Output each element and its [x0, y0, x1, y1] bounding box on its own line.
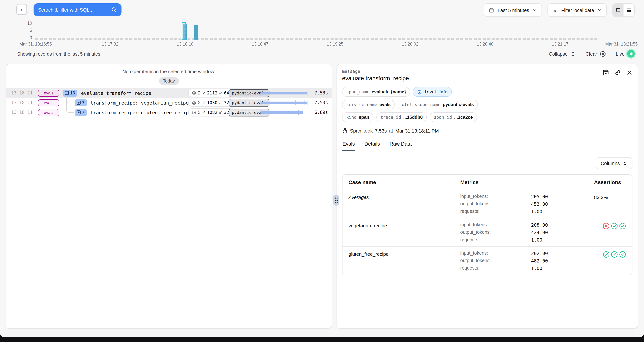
duration-text: 6.89s — [301, 110, 328, 115]
search-button[interactable]: Search & filter with SQL... — [34, 3, 122, 16]
search-button-label: Search & filter with SQL... — [38, 7, 94, 13]
trace-time: 13:18:11 — [11, 90, 33, 96]
token-coin-icon — [192, 91, 196, 95]
trace-row[interactable]: 13:18:11 evals 7 transform_recipe: glute… — [6, 107, 332, 117]
plus-square-icon — [76, 110, 81, 115]
timing-took-word: took — [364, 128, 373, 134]
metric-value: 205.00 — [531, 194, 594, 199]
trace-id-tag[interactable]: trace_id ...15ddb8 — [376, 112, 427, 122]
span-detail-panel: message evaluate transform_recipe span_n… — [336, 64, 638, 328]
trace-row[interactable]: 13:18:11 evals 16 evaluate transform_rec… — [6, 88, 332, 98]
evals-table-row[interactable]: gluten_free_recipe input_tokens:202.00 o… — [342, 247, 632, 275]
x-tick-label: 13:17:32 — [102, 42, 118, 46]
assertion-pass-icon[interactable] — [603, 251, 610, 258]
expand-children-chip[interactable]: 7 — [75, 99, 87, 106]
columns-button[interactable]: Columns — [596, 157, 632, 169]
token-metrics-pill: Σ ↗1082 ↙325 — [188, 108, 235, 116]
otel-scope-name-tag[interactable]: otel_scope_name pydantic-evals — [398, 100, 478, 109]
today-chip[interactable]: Today — [159, 77, 179, 85]
panel-resize-handle[interactable] — [333, 195, 339, 206]
tag-key: kind — [346, 115, 356, 120]
duration-bar — [260, 92, 308, 94]
metric-label: requests: — [460, 265, 531, 271]
y-tick-label: 10 — [0, 21, 32, 25]
tag-key: service_name — [346, 102, 377, 107]
tree-view-toggle[interactable] — [613, 4, 624, 17]
assertions-percentage: 83.3% — [594, 194, 626, 214]
top-bar: / Search & filter with SQL... Last 5 min… — [0, 0, 644, 21]
records-actions: Collapse Clear Live — [549, 50, 635, 58]
service-name-tag[interactable]: service_name evals — [342, 100, 395, 109]
assertions-icons — [594, 222, 626, 243]
collapse-button-label: Collapse — [549, 51, 568, 57]
assertion-pass-icon[interactable] — [619, 251, 626, 258]
trace-row[interactable]: 13:18:11 evals 7 transform_recipe: veget… — [6, 98, 332, 107]
logfire-live-view: / Search & filter with SQL... Last 5 min… — [0, 0, 644, 337]
search-icon — [111, 7, 117, 13]
tab-evals[interactable]: Evals — [342, 141, 355, 151]
assertion-pass-icon[interactable] — [611, 223, 618, 230]
tag-value: ...15ddb8 — [403, 115, 422, 120]
tag-key: span_name — [346, 89, 370, 94]
live-toggle[interactable]: Live — [616, 50, 635, 58]
case-name: Averages — [348, 194, 460, 214]
duration-bar — [260, 102, 308, 104]
metric-value: 202.00 — [531, 251, 594, 256]
span-message: transform_recipe: vegetarian_recipe — [90, 100, 188, 105]
evals-table-row[interactable]: vegetarian_recipe input_tokens:208.00 ou… — [342, 218, 632, 247]
histogram-plot-area[interactable] — [35, 23, 635, 40]
metric-value: 1.00 — [531, 209, 594, 214]
stopwatch-icon — [342, 128, 348, 134]
columns-button-label: Columns — [600, 160, 620, 166]
assertion-pass-icon[interactable] — [611, 251, 618, 258]
list-view-icon — [626, 7, 632, 13]
assertion-fail-icon[interactable] — [603, 223, 610, 230]
histogram-bar[interactable] — [183, 24, 188, 40]
list-view-toggle[interactable] — [624, 4, 634, 17]
dock-panel-icon[interactable] — [603, 69, 609, 76]
view-mode-toggle — [612, 3, 635, 17]
tag-key: level — [424, 89, 437, 94]
evals-table-row[interactable]: Averages input_tokens:205.00 output_toke… — [342, 190, 632, 218]
no-data-baseline — [36, 38, 599, 40]
arrow-down-left-icon: ↙ — [219, 100, 222, 105]
close-icon[interactable] — [626, 70, 632, 76]
case-name: gluten_free_recipe — [348, 251, 460, 271]
metric-label: input_tokens: — [460, 251, 531, 256]
service-badge[interactable]: evals — [38, 99, 59, 106]
metric-label: input_tokens: — [460, 222, 531, 228]
tab-raw-data[interactable]: Raw Data — [389, 141, 412, 151]
metric-value: 482.00 — [531, 258, 594, 264]
trace-list-panel: No older items in the selected time wind… — [6, 64, 332, 328]
level-tag[interactable]: level Info — [413, 87, 452, 97]
minus-square-icon — [64, 91, 69, 95]
x-tick-label: Mar 31. 13:21:55 — [605, 42, 638, 46]
arrow-up-right-icon: ↗ — [202, 90, 206, 96]
clear-button[interactable]: Clear — [586, 51, 606, 57]
copy-link-icon[interactable] — [614, 69, 621, 76]
metric-label: output_tokens: — [460, 258, 531, 264]
arrow-up-right-icon: ↗ — [202, 100, 206, 105]
service-badge[interactable]: evals — [38, 109, 59, 116]
histogram-bar[interactable] — [194, 25, 198, 40]
span-id-tag[interactable]: span_id ...1ca2ce — [430, 112, 477, 122]
metrics-cell: input_tokens:202.00 output_tokens:482.00… — [460, 251, 594, 271]
token-metrics-pill: Σ ↗2112 ↙648 — [188, 89, 235, 97]
span-name-tag[interactable]: span_name evaluate {name} — [342, 87, 410, 97]
col-header-case-name: Case name — [348, 179, 460, 185]
tag-key: otel_scope_name — [402, 102, 440, 107]
expand-children-chip[interactable]: 7 — [75, 109, 87, 116]
service-badge[interactable]: evals — [38, 89, 59, 96]
collapse-icon — [570, 51, 576, 57]
collapse-button[interactable]: Collapse — [549, 51, 576, 57]
assertion-pass-icon[interactable] — [619, 223, 626, 230]
time-range-dropdown[interactable]: Last 5 minutes — [484, 3, 542, 17]
tab-details[interactable]: Details — [364, 141, 380, 151]
tag-value: evaluate {name} — [372, 89, 406, 94]
collapse-children-chip[interactable]: 16 — [63, 89, 77, 96]
metric-value: 453.00 — [531, 201, 594, 207]
chevrons-up-down-icon — [623, 161, 628, 165]
filter-local-data-dropdown[interactable]: Filter local data — [548, 3, 607, 17]
kind-tag[interactable]: kind span — [342, 112, 373, 122]
shortcut-key-label: / — [21, 7, 22, 12]
